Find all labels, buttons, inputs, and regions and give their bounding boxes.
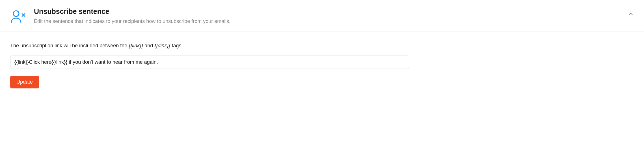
help-suffix: tags <box>170 43 181 48</box>
collapse-chevron-icon[interactable] <box>628 11 634 18</box>
panel-header[interactable]: Unsubscribe sentence Edit the sentence t… <box>0 0 644 31</box>
unsubscribe-sentence-panel: Unsubscribe sentence Edit the sentence t… <box>0 0 644 99</box>
update-button[interactable]: Update <box>10 76 39 88</box>
tag-close-hint: {{/link}} <box>154 43 170 48</box>
svg-point-0 <box>13 11 19 16</box>
panel-subtitle: Edit the sentence that indicates to your… <box>34 18 634 24</box>
panel-title: Unsubscribe sentence <box>34 7 634 16</box>
panel-title-wrap: Unsubscribe sentence Edit the sentence t… <box>34 7 634 24</box>
panel-body: The unsubscription link will be included… <box>0 31 644 99</box>
help-prefix: The unsubscription link will be included… <box>10 43 129 48</box>
help-text: The unsubscription link will be included… <box>10 43 634 49</box>
tag-open-hint: {{link}} <box>129 43 143 48</box>
unsubscribe-sentence-input[interactable] <box>10 56 409 69</box>
user-remove-icon <box>10 10 26 24</box>
help-middle: and <box>143 43 154 48</box>
